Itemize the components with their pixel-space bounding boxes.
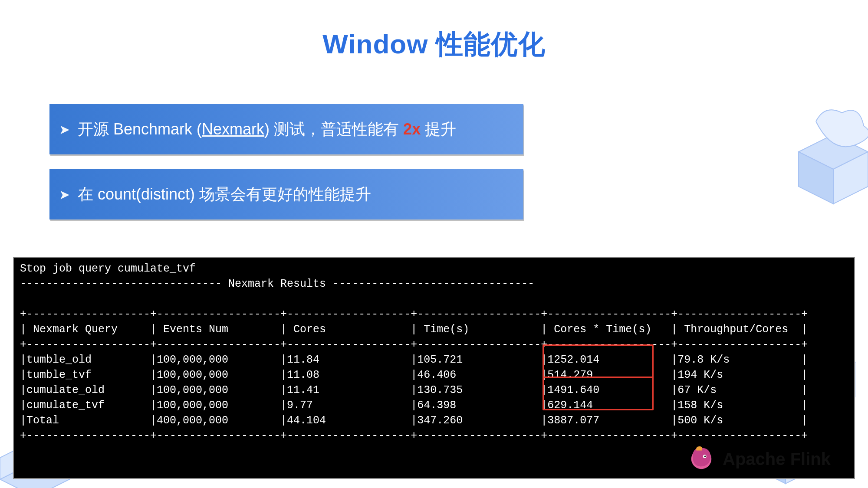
bullet-1-link: Nexmark <box>202 120 264 138</box>
bullet-1-pre: 开源 Benchmark ( <box>78 120 202 138</box>
svg-marker-6 <box>799 134 868 169</box>
term-row: |cumulate_tvf |100,000,000 |9.77 |64.398… <box>20 399 808 412</box>
footer-name: Apache Flink <box>723 449 831 469</box>
term-line: Stop job query cumulate_tvf <box>20 262 196 275</box>
term-row: |tumble_old |100,000,000 |11.84 |105.721… <box>20 354 808 366</box>
bullet-1: ➤ 开源 Benchmark (Nexmark) 测试，普适性能有 2x 提升 <box>49 104 523 154</box>
bullet-1-post: 提升 <box>421 120 456 138</box>
svg-marker-7 <box>799 152 833 204</box>
chevron-right-icon: ➤ <box>59 122 70 137</box>
bullet-2: ➤ 在 count(distinct) 场景会有更好的性能提升 <box>49 169 523 219</box>
term-row: |tumble_tvf |100,000,000 |11.08 |46.406 … <box>20 369 808 381</box>
term-sep: +-------------------+-------------------… <box>20 338 808 351</box>
bullet-2-text: 在 count(distinct) 场景会有更好的性能提升 <box>78 184 371 205</box>
term-row: |cumulate_old |100,000,000 |11.41 |130.7… <box>20 384 808 396</box>
term-line: ------------------------------- Nexmark … <box>20 278 534 290</box>
footer-logo: Apache Flink <box>688 445 831 473</box>
bullet-1-text: 开源 Benchmark (Nexmark) 测试，普适性能有 2x 提升 <box>78 119 456 140</box>
bullet-1-mid: ) 测试，普适性能有 <box>264 120 403 138</box>
term-row: |Total |400,000,000 |44.104 |347.260 |38… <box>20 414 808 427</box>
svg-marker-8 <box>833 152 868 204</box>
slide-title: Window 性能优化 <box>0 26 868 62</box>
term-header: | Nexmark Query | Events Num | Cores | T… <box>20 323 808 336</box>
bg-cubes-right-top <box>773 100 868 256</box>
svg-point-17 <box>704 455 706 457</box>
bullet-1-highlight: 2x <box>403 120 421 138</box>
term-sep: +-------------------+-------------------… <box>20 308 808 321</box>
flink-squirrel-icon <box>688 445 715 473</box>
chevron-right-icon: ➤ <box>59 187 70 202</box>
term-sep: +-------------------+-------------------… <box>20 429 808 442</box>
